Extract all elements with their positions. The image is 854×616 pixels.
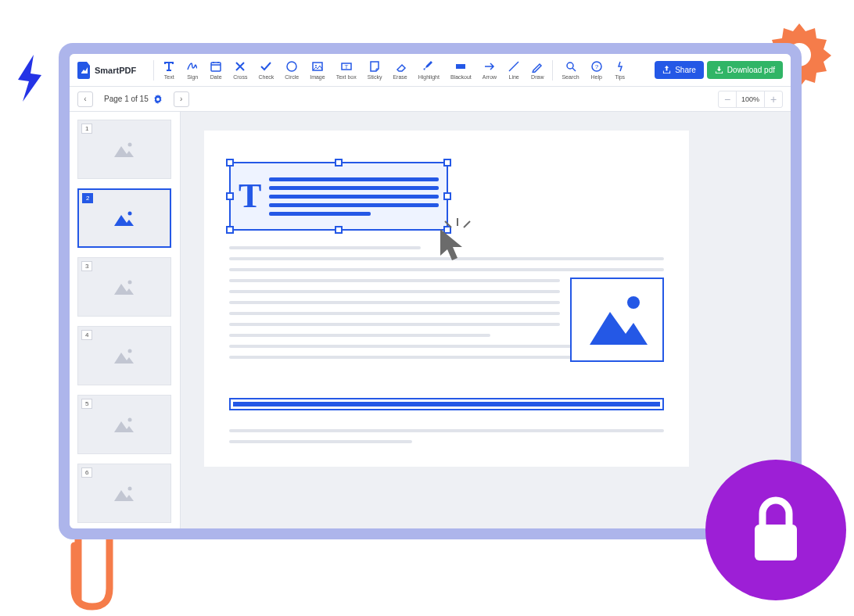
document-page[interactable]: T: [204, 131, 689, 467]
cross-icon: [234, 60, 246, 73]
tool-arrow[interactable]: Arrow: [477, 59, 502, 81]
share-icon: [662, 66, 671, 74]
thumbnail-2[interactable]: 2: [77, 188, 171, 248]
zoom-control: − 100% +: [718, 91, 783, 108]
next-page-button[interactable]: ›: [174, 91, 189, 107]
tool-group-utility: Search?HelpTips: [556, 59, 631, 81]
thumbnail-icon: [113, 209, 136, 227]
thumbnail-icon: [113, 140, 136, 159]
zoom-out-button[interactable]: −: [719, 91, 736, 107]
circle-icon: [285, 60, 298, 73]
svg-point-4: [315, 65, 317, 66]
prev-page-button[interactable]: ‹: [77, 91, 93, 107]
resize-handle-mr[interactable]: [443, 192, 451, 200]
lock-badge: [705, 460, 846, 600]
toolbar: SmartPDF TextSignDateCrossCheckCircleIma…: [70, 54, 791, 87]
tool-textbox[interactable]: TText box: [331, 59, 362, 81]
svg-rect-7: [456, 64, 465, 69]
selected-textbox[interactable]: T: [229, 162, 448, 231]
resize-handle-bl[interactable]: [226, 226, 234, 234]
check-icon: [260, 60, 272, 73]
tips-icon: [614, 60, 626, 73]
resize-handle-ml[interactable]: [226, 192, 234, 200]
tool-image[interactable]: Image: [304, 59, 330, 81]
tool-sign[interactable]: Sign: [181, 59, 204, 81]
erase-icon: [394, 60, 407, 73]
tool-highlight[interactable]: Highlight: [413, 59, 445, 81]
settings-icon[interactable]: [153, 95, 163, 104]
thumbnail-icon: [113, 346, 136, 365]
logo-icon: [77, 62, 92, 79]
svg-point-11: [128, 143, 132, 147]
svg-point-8: [567, 63, 573, 69]
sticky-icon: [368, 60, 381, 73]
thumbnail-3[interactable]: 3: [77, 257, 171, 317]
main-area: 123456 T: [70, 112, 791, 528]
tool-help[interactable]: ?Help: [585, 59, 608, 81]
tool-sticky[interactable]: Sticky: [362, 59, 388, 81]
tool-circle[interactable]: Circle: [279, 59, 304, 81]
sign-icon: [186, 60, 199, 73]
app-logo[interactable]: SmartPDF: [77, 62, 136, 79]
tool-check[interactable]: Check: [253, 59, 279, 81]
resize-handle-tm[interactable]: [335, 159, 343, 167]
canvas[interactable]: T: [181, 112, 791, 528]
image-placeholder[interactable]: [570, 278, 664, 362]
tool-blackout[interactable]: Blackout: [445, 59, 477, 81]
tool-group-edit: TextSignDateCrossCheckCircleImageTText b…: [157, 59, 549, 81]
help-icon: ?: [590, 60, 603, 73]
selected-line[interactable]: [229, 398, 664, 410]
thumbnail-4[interactable]: 4: [77, 326, 171, 385]
tool-cross[interactable]: Cross: [228, 59, 253, 81]
svg-line-17: [445, 221, 451, 227]
image-icon: [311, 60, 324, 73]
thumbnail-icon: [113, 278, 136, 296]
tool-erase[interactable]: Erase: [387, 59, 412, 81]
arrow-icon: [483, 60, 496, 73]
lock-icon: [748, 495, 803, 565]
download-button[interactable]: Download pdf: [707, 61, 783, 79]
tool-tips[interactable]: Tips: [608, 59, 632, 81]
svg-point-2: [287, 62, 296, 71]
tool-date[interactable]: Date: [204, 59, 228, 81]
sub-toolbar: ‹ Page 1 of 15 › − 100% +: [70, 87, 791, 112]
svg-point-14: [128, 349, 132, 353]
tool-search[interactable]: Search: [556, 59, 584, 81]
thumbnail-6[interactable]: 6: [77, 464, 171, 523]
divider: [552, 60, 553, 81]
divider: [153, 60, 154, 81]
svg-point-13: [128, 281, 132, 285]
svg-point-20: [627, 296, 640, 309]
tool-line[interactable]: Line: [502, 59, 526, 81]
svg-line-18: [464, 221, 470, 227]
thumbnail-1[interactable]: 1: [77, 120, 171, 179]
thumbnail-number: 2: [82, 193, 93, 203]
svg-text:T: T: [344, 63, 348, 70]
tool-text[interactable]: Text: [157, 59, 181, 81]
thumbnail-icon: [113, 484, 136, 503]
text-icon: T: [239, 179, 261, 213]
cursor-icon: [439, 227, 470, 265]
textbox-icon: T: [340, 60, 353, 73]
thumbnail-number: 3: [81, 261, 92, 271]
footer-text: [229, 429, 664, 443]
zoom-in-button[interactable]: +: [765, 91, 782, 107]
resize-handle-tl[interactable]: [226, 159, 234, 167]
download-icon: [715, 66, 723, 74]
svg-text:?: ?: [594, 63, 598, 70]
line-icon: [508, 60, 520, 73]
resize-handle-bm[interactable]: [335, 226, 343, 234]
resize-handle-tr[interactable]: [443, 159, 451, 167]
share-button[interactable]: Share: [655, 61, 704, 79]
svg-rect-1: [211, 63, 221, 71]
thumbnail-icon: [113, 415, 136, 434]
zoom-value: 100%: [736, 91, 765, 107]
thumbnail-number: 5: [81, 399, 92, 409]
search-icon: [565, 60, 577, 73]
highlight-icon: [422, 60, 435, 73]
date-icon: [210, 60, 222, 73]
app-inner: SmartPDF TextSignDateCrossCheckCircleIma…: [70, 54, 791, 528]
thumbnail-5[interactable]: 5: [77, 395, 171, 454]
svg-point-16: [128, 487, 132, 491]
tool-draw[interactable]: Draw: [526, 59, 549, 81]
